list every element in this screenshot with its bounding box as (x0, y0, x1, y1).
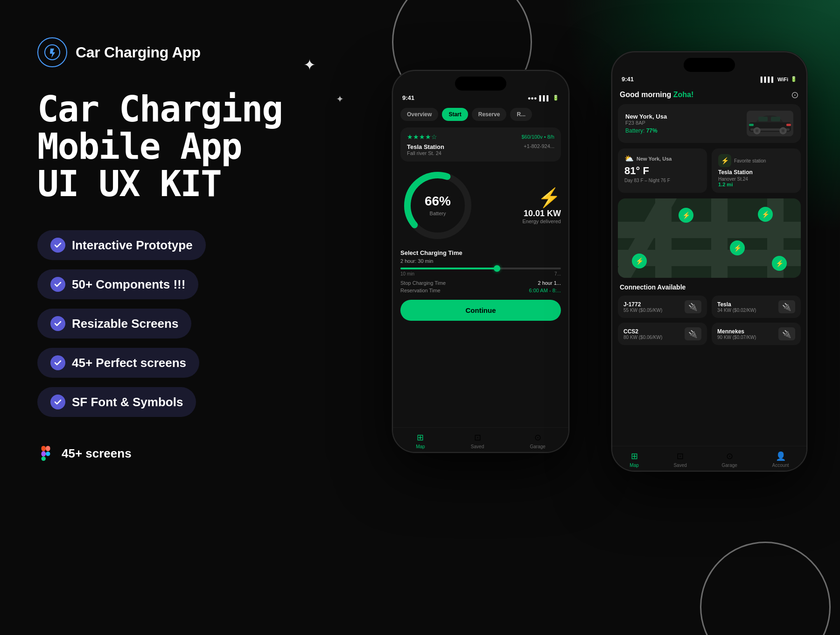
bottom-nav-2: ⊞ Map ⊡ Saved ⊙ Garage 👤 Account (612, 446, 806, 471)
check-icon (50, 238, 65, 253)
svg-rect-3 (42, 457, 46, 461)
nav-garage-1[interactable]: ⊙ Garage (530, 432, 545, 449)
main-headline: Car Charging Mobile App UI UX KIT (37, 91, 327, 202)
info-cards-row: ⛅ New York, Usa 81° F Day 83 F – Night 7… (618, 148, 801, 193)
status-bar-2: 9:41 ▌▌▌▌ WiFi 🔋 (612, 72, 806, 85)
account-icon: 👤 (776, 451, 786, 461)
svg-point-14 (782, 129, 784, 132)
dynamic-island-1 (455, 77, 506, 91)
nav-account[interactable]: 👤 Account (772, 451, 789, 468)
ccs2-icon: 🔌 (685, 327, 701, 340)
bolt-icon: ⚡ (522, 187, 561, 209)
figma-screens-label: 45+ screens (62, 446, 132, 461)
weather-card: ⛅ New York, Usa 81° F Day 83 F – Night 7… (618, 148, 707, 193)
check-icon-4 (50, 355, 65, 370)
j1772-icon: 🔌 (685, 300, 701, 313)
gauge-section: 66% Battery ⚡ 10.01 KW Energy delivered (400, 168, 561, 243)
energy-value: 10.01 KW (522, 209, 561, 219)
station-address: Fall river St. 24 (407, 150, 444, 156)
svg-rect-16 (771, 117, 780, 121)
feature-font: SF Font & Symbols (37, 387, 196, 417)
energy-info: ⚡ 10.01 KW Energy delivered (522, 187, 561, 224)
figma-icon (37, 445, 54, 462)
svg-rect-18 (786, 124, 791, 126)
check-icon-2 (50, 277, 65, 292)
energy-label: Energy delivered (522, 219, 561, 224)
battery-gauge: 66% Battery (400, 168, 475, 243)
svg-rect-4 (46, 446, 50, 451)
phone-1: 9:41 ●●● ▌▌▌ 🔋 Overview Start Reserve R.… (392, 70, 569, 453)
phones-container: 9:41 ●●● ▌▌▌ 🔋 Overview Start Reserve R.… (378, 23, 821, 607)
map-pin-1[interactable]: ⚡ (679, 208, 693, 223)
tab-more[interactable]: R... (510, 108, 532, 121)
feature-resizable: Resizable Screens (37, 309, 191, 339)
app-title: Car Charging App (76, 44, 201, 61)
map-icon-2: ⊞ (631, 451, 638, 461)
continue-button[interactable]: Continue (400, 300, 561, 321)
nav-tabs-1: Overview Start Reserve R... (400, 108, 561, 121)
nav-garage-2[interactable]: ⊙ Garage (721, 451, 737, 468)
phone1-content: Overview Start Reserve R... ★★★★☆ $60/10… (393, 103, 568, 447)
charging-slider[interactable] (400, 268, 561, 269)
car-card: New York, Usa F23 8AP Battery: 77% (618, 104, 801, 143)
sparkle-top: ✦ (303, 56, 316, 74)
connection-title: Connection Available (612, 283, 806, 296)
map-pin-5[interactable]: ⚡ (772, 256, 787, 271)
station-card-1: ★★★★☆ $60/100v • 8/h Tesla Station Fall … (400, 127, 561, 162)
cloud-icon: ⛅ (624, 154, 634, 163)
feature-components: 50+ Components !!! (37, 269, 198, 299)
svg-rect-2 (42, 452, 46, 457)
map-section[interactable]: ⚡ ⚡ ⚡ ⚡ ⚡ (618, 198, 801, 278)
station-stars: ★★★★☆ (407, 133, 437, 141)
greeting-row: Good morning Zoha! ⊙ (612, 85, 806, 104)
map-roads: ⚡ ⚡ ⚡ ⚡ ⚡ (618, 198, 801, 278)
features-list: Interactive Prototype 50+ Components !!!… (37, 230, 327, 417)
svg-rect-17 (749, 124, 754, 126)
map-pin-4[interactable]: ⚡ (632, 254, 647, 268)
nav-saved-2[interactable]: ⊡ Saved (673, 451, 686, 468)
station-price: $60/100v • 8/h (521, 134, 554, 140)
station-phone: +1-802-924... (524, 143, 554, 156)
sparkle-small: ✦ (336, 93, 344, 105)
phone-2: 9:41 ▌▌▌▌ WiFi 🔋 Good morning Zoha! ⊙ Ne… (611, 51, 807, 472)
station-name: Tesla Station (407, 143, 444, 150)
tesla-icon: 🔌 (778, 300, 795, 313)
connection-j1772: J-1772 55 KW ($0.05/KW) 🔌 (618, 296, 707, 318)
charging-icon: ⚡ (718, 154, 731, 167)
status-bar-1: 9:41 ●●● ▌▌▌ 🔋 (393, 91, 568, 103)
map-icon-1: ⊞ (417, 432, 424, 443)
car-image (747, 111, 793, 136)
feature-interactive: Interactive Prototype (37, 230, 206, 260)
mennekes-icon: 🔌 (778, 327, 795, 340)
nav-map-2[interactable]: ⊞ Map (630, 451, 638, 468)
settings-icon[interactable]: ⊙ (791, 89, 799, 100)
favorite-station-card: ⚡ Favorite station Tesla Station Hanover… (712, 148, 801, 193)
connection-grid: J-1772 55 KW ($0.05/KW) 🔌 Tesla 34 KW ($… (612, 296, 806, 345)
svg-point-12 (756, 129, 758, 132)
garage-icon-1: ⊙ (534, 432, 541, 443)
time-info: Stop Charging Time 2 hour 1... Reservati… (400, 280, 561, 293)
svg-point-5 (46, 452, 50, 456)
check-icon-3 (50, 316, 65, 331)
greeting-text: Good morning Zoha! (620, 91, 693, 99)
garage-icon-2: ⊙ (726, 451, 733, 461)
bottom-nav-1: ⊞ Map ⊡ Saved ⊙ Garage (393, 427, 568, 452)
svg-rect-1 (42, 446, 46, 451)
map-pin-3[interactable]: ⚡ (730, 240, 745, 255)
feature-screens: 45+ Perfect screens (37, 348, 199, 378)
connection-ccs2: CCS2 80 KW ($0.06/KW) 🔌 (618, 323, 707, 345)
figma-row: 45+ screens (37, 445, 327, 462)
nav-map-1[interactable]: ⊞ Map (416, 432, 425, 449)
map-pin-2[interactable]: ⚡ (758, 207, 773, 222)
tab-overview[interactable]: Overview (400, 108, 438, 121)
connection-tesla: Tesla 34 KW ($0.02/KW) 🔌 (712, 296, 801, 318)
connection-mennekes: Mennekes 90 KW ($0.07/KW) 🔌 (712, 323, 801, 345)
saved-icon-2: ⊡ (677, 451, 684, 461)
app-logo-icon (37, 37, 67, 67)
dynamic-island-2 (684, 58, 735, 72)
tab-start[interactable]: Start (442, 108, 468, 121)
tab-reserve[interactable]: Reserve (472, 108, 507, 121)
charging-time-section: Select Charging Time 2 hour: 30 min 10 m… (400, 249, 561, 276)
saved-icon-1: ⊡ (474, 432, 481, 443)
nav-saved-1[interactable]: ⊡ Saved (471, 432, 484, 449)
